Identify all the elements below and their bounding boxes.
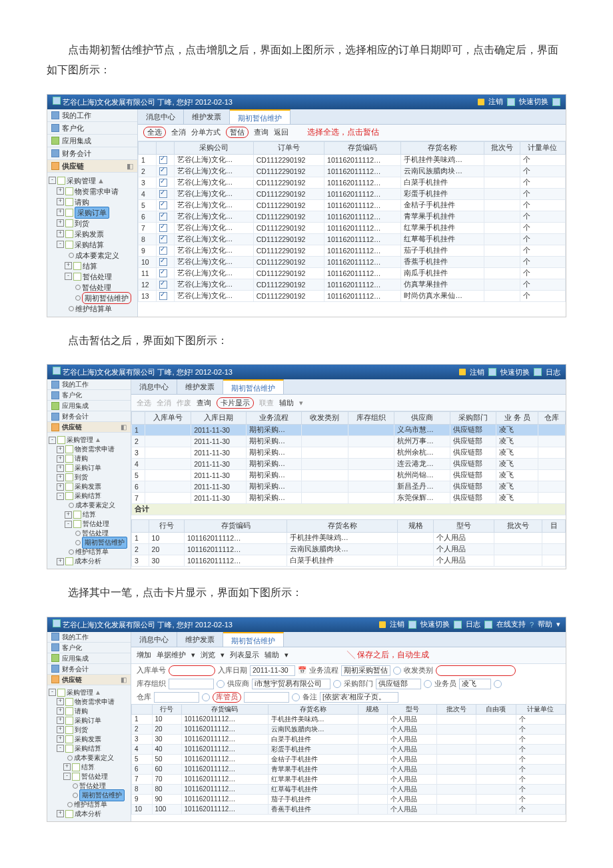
dropdown-icon[interactable]: ▾ <box>299 399 303 407</box>
table-row[interactable]: 42011-11-30期初采购…连云港龙…供应链部凌飞 <box>132 459 566 470</box>
expand-icon[interactable]: + <box>57 209 64 216</box>
nav-appint[interactable]: 应用集成 <box>62 401 89 411</box>
dropdown-icon[interactable]: ▾ <box>191 651 195 659</box>
btn-browse[interactable]: 浏览 <box>201 650 215 660</box>
pin-icon[interactable]: ◧ <box>121 422 127 432</box>
pin-icon[interactable]: ◧ <box>127 160 133 172</box>
checkbox[interactable] <box>159 258 167 266</box>
table-row[interactable]: 12艺谷(上海)文化…CD1112290192101162011112…仿真苹果… <box>139 279 566 290</box>
checkbox[interactable] <box>159 292 167 300</box>
expand-icon[interactable]: + <box>57 483 64 491</box>
nav-finacc[interactable]: 财务会计 <box>62 411 89 421</box>
expand-icon[interactable]: + <box>57 698 64 705</box>
nav-client[interactable]: 客户化 <box>62 643 82 653</box>
search-icon[interactable] <box>333 680 341 688</box>
nav-client[interactable]: 客户化 <box>62 122 84 134</box>
btn-assist[interactable]: 辅助 <box>279 398 294 408</box>
tree-wuzixq[interactable]: 物资需求申请 <box>75 186 119 197</box>
switch-link[interactable]: 快速切换 <box>420 619 450 629</box>
expand-icon[interactable]: + <box>57 726 64 733</box>
tree-cbfx[interactable]: 成本分析 <box>75 809 101 819</box>
nav-mywork[interactable]: 我的工作 <box>62 109 91 121</box>
search-icon[interactable] <box>494 680 502 688</box>
input-rkrq[interactable]: 2011-11-30 <box>250 665 295 676</box>
help-icon[interactable]: ? <box>530 621 534 629</box>
expand-icon[interactable]: + <box>57 187 64 195</box>
expand-icon[interactable]: + <box>57 446 64 453</box>
table-row[interactable]: 330101162011112…白菜手机挂件个人用品个 <box>132 734 566 744</box>
tree-caigou[interactable]: 采购管理 <box>67 175 96 186</box>
btn-deselect[interactable]: 全消 <box>157 398 171 408</box>
expand-icon[interactable]: - <box>49 177 56 184</box>
table-row[interactable]: 13艺谷(上海)文化…CD1112290192101162011112…时尚仿真… <box>139 290 566 301</box>
btn-doc[interactable]: 单据维护 <box>157 650 186 660</box>
btn-return[interactable]: 返回 <box>274 127 289 137</box>
expand-icon[interactable]: + <box>57 474 64 481</box>
input-ywlc[interactable]: 期初采购暂估 <box>341 665 390 676</box>
expand-icon[interactable]: + <box>57 198 64 205</box>
table-row[interactable]: 550101162011112…金桔子手机挂件个人用品个 <box>132 754 566 764</box>
table-row[interactable]: 10100101162011112…香蕉手机挂件个人用品个 <box>132 804 566 814</box>
pin-icon[interactable]: ◧ <box>121 675 127 685</box>
expand-icon[interactable]: - <box>65 273 72 280</box>
checkbox[interactable] <box>159 235 167 243</box>
tab-msg[interactable]: 消息中心 <box>138 109 184 124</box>
nav-supply[interactable]: 供应链 <box>62 160 84 172</box>
logout-link[interactable]: 注销 <box>390 619 404 629</box>
search-icon[interactable] <box>292 693 300 701</box>
table-row[interactable]: 5艺谷(上海)文化…CD1112290192101162011112…金桔子手机… <box>139 199 566 211</box>
input-bz[interactable]: [依据'表'相应子页。 <box>320 692 398 703</box>
switch-link[interactable]: 快速切换 <box>500 367 530 377</box>
table-row[interactable]: 7艺谷(上海)文化…CD1112290192101162011112…红苹果手机… <box>139 222 566 233</box>
checkbox[interactable] <box>159 247 167 255</box>
search-icon[interactable] <box>217 680 225 688</box>
expand-icon[interactable]: - <box>57 745 64 752</box>
input-kczz[interactable] <box>169 679 214 689</box>
table-row[interactable]: 12011-11-30期初采购…义乌市慧…供应链部凌飞 <box>132 425 566 436</box>
expand-icon[interactable]: + <box>57 455 64 463</box>
expand-icon[interactable]: + <box>65 262 72 269</box>
btn-add[interactable]: 增加 <box>137 650 151 660</box>
table-row[interactable]: 330101162011112…白菜手机挂件个人用品 <box>132 555 566 567</box>
expand-icon[interactable]: - <box>65 521 72 528</box>
input-ck[interactable] <box>154 692 199 703</box>
btn-selectall[interactable]: 全选 <box>137 398 151 408</box>
tree-caigoudd[interactable]: 采购订单 <box>75 207 109 219</box>
expand-icon[interactable]: - <box>63 773 71 780</box>
checkbox[interactable] <box>159 190 167 198</box>
expand-icon[interactable]: - <box>57 241 64 248</box>
expand-icon[interactable]: + <box>57 219 64 227</box>
table-row[interactable]: 220101162011112…云南民族腊肉块…个人用品个 <box>132 724 566 734</box>
tree-jiesuan[interactable]: 结算 <box>83 261 97 271</box>
nav-supply[interactable]: 供应链 <box>62 675 82 685</box>
input-khy[interactable] <box>244 692 289 703</box>
tab-msg[interactable]: 消息中心 <box>131 379 177 394</box>
tab-whfp[interactable]: 维护发票 <box>184 109 230 124</box>
tab-qczg[interactable]: 期初暂估维护 <box>223 632 284 647</box>
expand-icon[interactable]: + <box>63 763 71 771</box>
tree-whjsd[interactable]: 维护结算单 <box>75 303 112 314</box>
tree-cbysd[interactable]: 成本要素定义 <box>75 250 119 261</box>
tab-whfp[interactable]: 维护发票 <box>177 632 223 647</box>
checkbox[interactable] <box>159 201 167 209</box>
table-row[interactable]: 220101162011112…云南民族腊肉块…个人用品 <box>132 544 566 555</box>
calendar-icon[interactable]: 📅 <box>298 666 306 675</box>
input-ywy[interactable]: 凌飞 <box>459 679 491 689</box>
online-link[interactable]: 在线支持 <box>496 619 526 629</box>
btn-query[interactable]: 查询 <box>254 127 269 137</box>
table-row[interactable]: 770101162011112…红苹果手机挂件个人用品个 <box>132 774 566 784</box>
min-icon[interactable] <box>552 98 560 106</box>
btn-listview[interactable]: 列表显示 <box>230 650 259 660</box>
btn-assist[interactable]: 辅助 <box>265 650 279 660</box>
table-row[interactable]: 1艺谷(上海)文化…CD1112290192101162011112…手机挂件美… <box>139 154 566 165</box>
table-row[interactable]: 880101162011112…红草莓手机挂件个人用品个 <box>132 784 566 794</box>
btn-link[interactable]: 联查 <box>259 398 274 408</box>
checkbox[interactable] <box>159 224 167 232</box>
tab-whfp[interactable]: 维护发票 <box>177 379 223 394</box>
table-row[interactable]: 62011-11-30期初采购…新昌圣丹…供应链部凌飞 <box>132 481 566 493</box>
checkbox[interactable] <box>159 213 167 221</box>
table-row[interactable]: 8艺谷(上海)文化…CD1112290192101162011112…红草莓手机… <box>139 233 566 245</box>
expand-icon[interactable]: + <box>57 230 64 237</box>
checkbox[interactable] <box>159 281 167 289</box>
expand-icon[interactable]: - <box>49 437 56 444</box>
